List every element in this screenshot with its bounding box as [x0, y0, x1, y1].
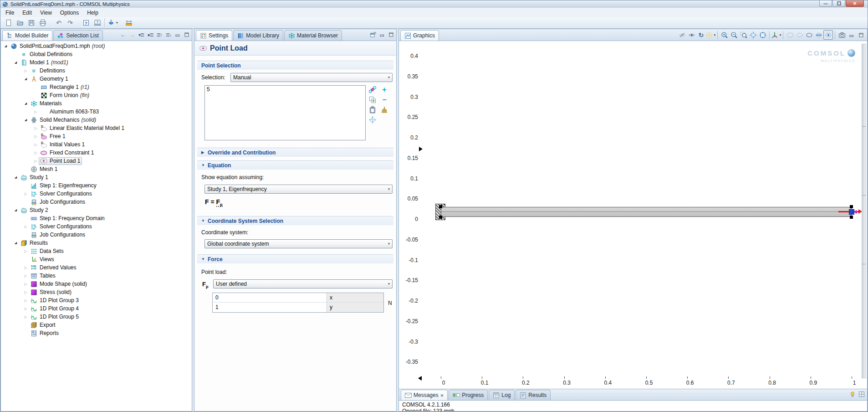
paint-button[interactable]: ▼: [107, 18, 118, 28]
selection-list[interactable]: 5: [204, 85, 366, 140]
move-down-button[interactable]: ☰↓: [165, 31, 172, 38]
select-object-button[interactable]: [785, 30, 795, 40]
hide-button[interactable]: [677, 30, 687, 40]
tree-item[interactable]: Form Union(fin): [1, 91, 192, 99]
visibility-button[interactable]: [687, 30, 696, 40]
tree-item-content[interactable]: Tables: [29, 272, 57, 280]
maximize-button[interactable]: [832, 0, 845, 7]
tree-item-content[interactable]: Step 1: Frequency Domain: [29, 215, 107, 222]
tab-graphics[interactable]: Graphics: [400, 30, 439, 41]
remove-button[interactable]: −: [378, 95, 390, 105]
graphics-canvas[interactable]: COMSOL MULTIPHYSICS 0.40.350.30.250.20.1…: [399, 41, 867, 389]
selected-point-marker[interactable]: [849, 209, 854, 215]
tree-item-content[interactable]: DLinear Elastic Material Model 1: [39, 124, 126, 132]
tree-item[interactable]: ▷≡Definitions: [1, 67, 192, 75]
tree-item-content[interactable]: Study 2: [19, 206, 50, 214]
tree-item-content[interactable]: Views: [29, 256, 56, 263]
collapse-arrow-icon[interactable]: ▷: [23, 307, 29, 311]
tree-item[interactable]: ▷1D Plot Group 3: [1, 296, 192, 304]
section-override[interactable]: ▶ Override and Contribution: [197, 148, 393, 157]
collapse-arrow-icon[interactable]: ▷: [23, 315, 29, 319]
panel-max-button[interactable]: [183, 31, 190, 38]
selection-list-item[interactable]: 5: [207, 86, 363, 93]
collapse-arrow-icon[interactable]: ▷: [23, 299, 29, 303]
open-button[interactable]: [15, 18, 26, 28]
expand-arrow-icon[interactable]: ◢: [23, 77, 29, 81]
vertex-marker[interactable]: [850, 216, 853, 219]
tree-item-content[interactable]: DInitial Values 1: [39, 141, 87, 149]
create-selection-button[interactable]: [367, 85, 378, 95]
save-button[interactable]: [26, 18, 37, 28]
tree-item[interactable]: ▷DInitial Values 1: [1, 140, 192, 149]
tree-item[interactable]: ▷Tables: [1, 272, 192, 280]
tree-item[interactable]: ▷DFree 1: [1, 132, 192, 140]
tree-item[interactable]: Job Configurations: [1, 198, 192, 206]
tree-item-content[interactable]: Job Configurations: [29, 231, 87, 239]
tree-item-content[interactable]: SolidPntLoadFreqDom1.mph(root): [9, 42, 107, 50]
collapse-arrow-icon[interactable]: ▷: [33, 126, 39, 130]
panel-min-button[interactable]: [174, 31, 181, 38]
tree-item-content[interactable]: DFree 1: [39, 133, 67, 140]
default-view-button[interactable]: [758, 30, 767, 40]
tree-item-content[interactable]: Reports: [29, 330, 61, 337]
tree-item-content[interactable]: Model 1(mod1): [19, 59, 70, 67]
section-equation[interactable]: ▼ Equation: [197, 160, 393, 170]
help-button[interactable]: ?: [81, 18, 92, 28]
section-force[interactable]: ▼ Force: [197, 254, 393, 263]
collapse-arrow-icon[interactable]: ▷: [33, 143, 39, 147]
select-point-button[interactable]: [823, 30, 833, 40]
tree-item-content[interactable]: Materials: [29, 100, 64, 108]
tab-selection-list[interactable]: Selection List: [53, 30, 102, 41]
tree-item-content[interactable]: Data Sets: [29, 247, 66, 255]
tree-item[interactable]: ◢Solid Mechanics(solid): [1, 116, 192, 124]
tree-item-content[interactable]: Fixed Constraint 1: [39, 149, 96, 157]
collapse-arrow-icon[interactable]: ▷: [33, 159, 39, 163]
tree-item[interactable]: ▷Point Load 1: [1, 157, 192, 165]
beam-domain[interactable]: [441, 207, 852, 217]
force-value-cell[interactable]: 0: [213, 293, 327, 302]
tab-log[interactable]: Log: [489, 390, 515, 400]
study-dropdown[interactable]: Study 1, Eigenfrequency ▼: [204, 185, 393, 194]
force-dropdown[interactable]: User defined ▼: [213, 279, 393, 288]
minimize-button[interactable]: —: [819, 0, 832, 7]
tree-item[interactable]: ◢Model 1(mod1): [1, 58, 192, 67]
collapse-arrow-icon[interactable]: ▷: [33, 134, 39, 139]
collapse-arrow-icon[interactable]: ▷: [23, 274, 29, 278]
collapse-arrow-icon[interactable]: ▷: [33, 110, 39, 114]
print-button[interactable]: [37, 18, 48, 28]
coordinate-system-dropdown[interactable]: Global coordinate system ▼: [204, 239, 393, 248]
collapse-arrow-icon[interactable]: ▷: [23, 192, 29, 196]
section-coordinate-system[interactable]: ▼ Coordinate System Selection: [197, 216, 393, 225]
tree-item[interactable]: ▷Fixed Constraint 1: [1, 149, 192, 157]
close-button[interactable]: ✕: [846, 0, 864, 7]
tree-item[interactable]: ◢SolidPntLoadFreqDom1.mph(root): [1, 42, 192, 50]
tree-item-content[interactable]: Results: [19, 239, 50, 247]
tree-item[interactable]: ▷Data Sets: [1, 247, 192, 255]
tree-item-content[interactable]: Solver Configurations: [29, 223, 94, 231]
chevron-down-icon[interactable]: ▼: [779, 34, 782, 36]
tree-item[interactable]: ◢Study 2: [1, 206, 192, 214]
tree-item-content[interactable]: ≡Global Definitions: [19, 51, 74, 58]
tree-item[interactable]: Reports: [1, 329, 192, 337]
panel-min-button[interactable]: [847, 30, 856, 40]
tree-item-content[interactable]: Geometry 1: [29, 75, 70, 83]
collapse-arrow-icon[interactable]: ▷: [23, 69, 29, 73]
tree-item[interactable]: ◢Results: [1, 239, 192, 247]
select-boundary-button[interactable]: [804, 30, 814, 40]
paste-selection-button[interactable]: [367, 95, 378, 105]
refresh-button[interactable]: ↻: [696, 30, 706, 40]
add-button[interactable]: +: [378, 85, 390, 95]
vertex-marker[interactable]: [439, 216, 442, 219]
expand-arrow-icon[interactable]: ◢: [13, 61, 19, 64]
menu-help[interactable]: Help: [83, 9, 102, 17]
zoom-box-button[interactable]: [739, 30, 748, 40]
tree-item[interactable]: ≡Global Definitions: [1, 50, 192, 58]
undo-button[interactable]: ↶: [53, 18, 64, 28]
panel-min-button[interactable]: [378, 31, 386, 38]
tab-model-builder[interactable]: Model Builder: [2, 30, 52, 41]
tab-messages[interactable]: Messages✕: [401, 390, 448, 400]
tree-item[interactable]: ▷Stress (solid): [1, 288, 192, 296]
panel-max-button[interactable]: [388, 31, 395, 38]
collapse-arrow-icon[interactable]: ▷: [23, 249, 29, 253]
tree-item-selected[interactable]: Point Load 1: [39, 157, 82, 165]
